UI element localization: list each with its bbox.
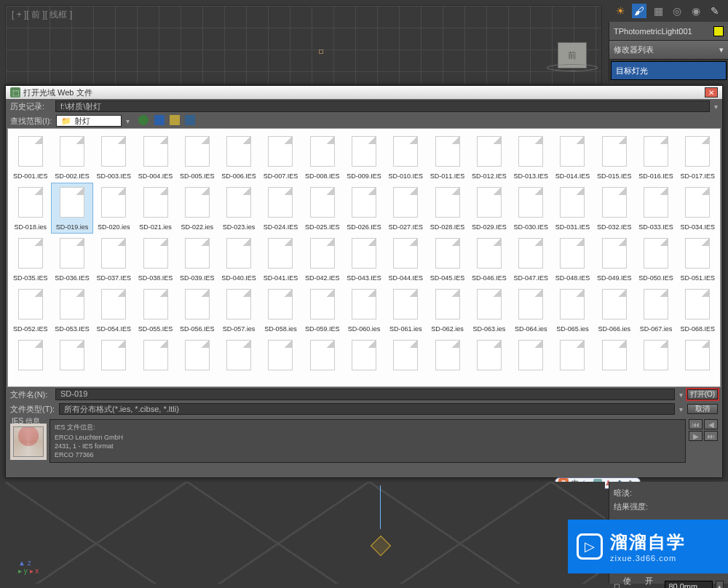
file-item[interactable]: SD-049.IES	[593, 234, 635, 285]
file-item[interactable]: SD-023.ies	[218, 183, 259, 234]
file-item[interactable]: SD-060.ies	[343, 285, 384, 335]
file-item[interactable]: SD-046.IES	[468, 234, 510, 285]
file-item[interactable]: SD-051.IES	[677, 234, 719, 285]
chevron-down-icon[interactable]: ▾	[714, 103, 718, 111]
chevron-down-icon[interactable]: ▾	[679, 405, 683, 413]
file-item[interactable]	[260, 335, 301, 379]
file-item[interactable]: SD-044.IES	[385, 234, 427, 285]
file-list[interactable]: SD-001.IESSD-002.IESSD-003.IESSD-004.IES…	[7, 128, 721, 387]
file-item[interactable]	[635, 335, 676, 379]
file-item[interactable]: SD-065.ies	[552, 285, 593, 335]
file-item[interactable]	[468, 335, 510, 379]
cancel-button[interactable]: 取消	[687, 404, 718, 414]
spinner-up-icon[interactable]: ▴	[716, 581, 724, 588]
file-item[interactable]	[93, 335, 135, 379]
file-item[interactable]: SD-039.IES	[176, 234, 218, 285]
file-item[interactable]: SD-066.ies	[593, 285, 635, 335]
modifier-item-target-light[interactable]: 目标灯光	[611, 61, 727, 80]
nav-newfolder-icon[interactable]	[170, 115, 180, 125]
file-item[interactable]: SD-004.IES	[135, 132, 176, 183]
nav-back-icon[interactable]	[138, 115, 149, 125]
file-item[interactable]	[176, 335, 218, 379]
file-item[interactable]	[301, 335, 343, 379]
file-item[interactable]: SD-017.IES	[677, 132, 719, 183]
use-label[interactable]: 使用	[623, 576, 638, 588]
file-item[interactable]	[593, 335, 635, 379]
file-item[interactable]: SD-043.IES	[343, 234, 384, 285]
file-item[interactable]: SD-036.IES	[51, 234, 92, 285]
file-item[interactable]: SD-037.IES	[93, 234, 135, 285]
file-item[interactable]: SD-025.IES	[301, 183, 343, 234]
file-item[interactable]: SD-007.IES	[260, 132, 301, 183]
file-item[interactable]: SD-057.ies	[218, 285, 259, 335]
viewport-label[interactable]: [ + ][ 前 ][ 线框 ]	[12, 9, 72, 21]
file-item[interactable]	[385, 335, 427, 379]
file-item[interactable]: SD-002.IES	[51, 132, 92, 183]
file-item[interactable]: SD-061.ies	[385, 285, 427, 335]
file-item[interactable]: SD-028.IES	[427, 183, 468, 234]
file-item[interactable]	[218, 335, 259, 379]
file-item[interactable]: SD-012.IES	[468, 132, 510, 183]
file-item[interactable]: SD-035.IES	[9, 234, 51, 285]
file-item[interactable]: SD-062.ies	[427, 285, 468, 335]
file-item[interactable]: SD-054.IES	[93, 285, 135, 335]
filetype-dropdown[interactable]: 所有分布格式(*.ies, *.cibse, *.ltli)	[59, 403, 675, 415]
file-item[interactable]: SD-068.IES	[677, 285, 719, 335]
file-item[interactable]	[343, 335, 384, 379]
file-item[interactable]: SD-003.IES	[93, 132, 135, 183]
file-item[interactable]: SD-041.IES	[260, 234, 301, 285]
file-item[interactable]	[510, 335, 552, 379]
start-spinner[interactable]: 80.0mm	[665, 581, 712, 588]
file-item[interactable]	[135, 335, 176, 379]
file-item[interactable]: SD-010.IES	[385, 132, 427, 183]
file-item[interactable]: SD-034.IES	[677, 183, 719, 234]
file-item[interactable]: SD-030.IES	[510, 183, 552, 234]
viewport-top[interactable]: [ + ][ 前 ][ 线框 ] 前	[5, 5, 602, 85]
file-item[interactable]: SD-009.IES	[343, 132, 384, 183]
file-item[interactable]	[677, 335, 719, 379]
object-name-field[interactable]: TPhotometricLight001	[609, 22, 728, 41]
file-item[interactable]: SD-015.IES	[593, 132, 635, 183]
file-item[interactable]: SD-042.IES	[301, 234, 343, 285]
file-item[interactable]: SD-048.IES	[552, 234, 593, 285]
arrow-last-icon[interactable]: ⏭	[704, 431, 718, 441]
open-button[interactable]: 打开(O)	[687, 389, 718, 400]
close-button[interactable]: ✕	[705, 87, 718, 98]
file-item[interactable]: SD-006.IES	[218, 132, 259, 183]
file-item[interactable]: SD-020.ies	[93, 183, 135, 234]
lookin-dropdown[interactable]: 📁 射灯	[56, 115, 122, 127]
file-item[interactable]: SD-052.IES	[9, 285, 51, 335]
file-item[interactable]: SD-026.IES	[343, 183, 384, 234]
brush-icon[interactable]: 🖌	[632, 4, 646, 18]
globe-icon[interactable]: ◎	[670, 4, 684, 18]
file-item[interactable]: SD-059.IES	[301, 285, 343, 335]
file-item[interactable]: SD-064.ies	[510, 285, 552, 335]
file-item[interactable]: SD-011.IES	[427, 132, 468, 183]
file-item[interactable]: SD-055.IES	[135, 285, 176, 335]
arrow-prev-icon[interactable]: ◀	[704, 419, 718, 429]
camera-icon[interactable]: ◉	[689, 4, 703, 18]
file-item[interactable]: SD-001.IES	[9, 132, 51, 183]
file-item[interactable]: SD-016.IES	[635, 132, 676, 183]
file-item[interactable]	[51, 335, 92, 379]
file-item[interactable]: SD-032.IES	[593, 183, 635, 234]
modifier-list-dropdown[interactable]: 修改器列表 ▾	[609, 41, 728, 60]
history-dropdown[interactable]: f:\材质\射灯	[55, 100, 710, 112]
file-item[interactable]: SD-033.IES	[635, 183, 676, 234]
nav-view-icon[interactable]	[185, 115, 195, 125]
dialog-titlebar[interactable]: ⬚ 打开光域 Web 文件 ✕	[6, 86, 722, 99]
file-item[interactable]	[9, 335, 51, 379]
file-item[interactable]: SD-053.IES	[51, 285, 92, 335]
file-item[interactable]: SD-050.IES	[635, 234, 676, 285]
file-item[interactable]: SD-005.IES	[176, 132, 218, 183]
viewport-perspective[interactable]: ▲ z ▸ y ▸ x 45	[5, 482, 605, 584]
chevron-down-icon[interactable]: ▾	[679, 391, 683, 399]
file-item[interactable]: SD-014.IES	[552, 132, 593, 183]
file-item[interactable]	[427, 335, 468, 379]
file-item[interactable]: SD-024.IES	[260, 183, 301, 234]
file-item[interactable]: SD-040.IES	[218, 234, 259, 285]
file-item[interactable]: SD-019.ies	[51, 183, 92, 234]
filename-input[interactable]: SD-019	[55, 389, 675, 400]
file-item[interactable]: SD-047.IES	[510, 234, 552, 285]
grid-icon[interactable]: ▦	[651, 4, 665, 18]
